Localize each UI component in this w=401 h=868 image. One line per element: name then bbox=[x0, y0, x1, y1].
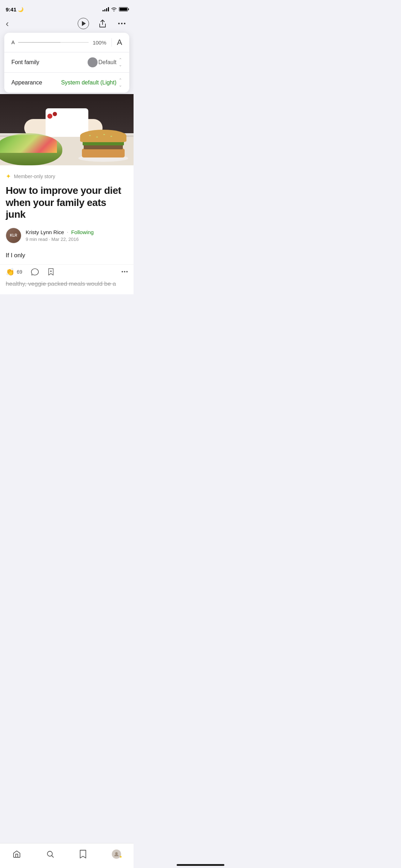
nav-bar: ‹ bbox=[0, 16, 134, 31]
appearance-row[interactable]: Appearance System default (Light) ⌃⌄ bbox=[4, 73, 129, 93]
bookmark-action[interactable] bbox=[47, 268, 54, 276]
author-row: KLR Kristy Lynn Rice · Following 9 min r… bbox=[6, 228, 128, 243]
author-name-row: Kristy Lynn Rice · Following bbox=[26, 229, 128, 235]
article-hero-image bbox=[0, 94, 134, 165]
font-family-selected: Default bbox=[98, 59, 116, 66]
font-percent-label: 100% bbox=[92, 40, 106, 46]
font-family-row[interactable]: Font family Default ⌃⌄ bbox=[4, 52, 129, 73]
following-button[interactable]: Following bbox=[71, 229, 94, 235]
clap-action[interactable]: 👏 69 bbox=[6, 268, 22, 276]
author-avatar[interactable]: KLR bbox=[6, 228, 21, 243]
play-button[interactable] bbox=[77, 17, 89, 30]
appearance-selected: System default (Light) bbox=[61, 79, 116, 86]
member-star-icon: ✦ bbox=[6, 172, 11, 180]
appearance-label: Appearance bbox=[11, 79, 42, 86]
more-action[interactable] bbox=[121, 271, 128, 273]
article-text-second-line: healthy, veggie packed meals would be a bbox=[0, 279, 134, 294]
font-large-label: A bbox=[117, 38, 122, 47]
font-size-row[interactable]: A 100% A bbox=[4, 33, 129, 52]
article-toolbar: 👏 69 bbox=[0, 264, 134, 279]
publish-date: Mar 22, 2016 bbox=[51, 237, 79, 242]
font-family-value[interactable]: Default ⌃⌄ bbox=[88, 57, 122, 67]
avatar-initials: KLR bbox=[10, 233, 17, 238]
bookmark-icon bbox=[47, 268, 54, 276]
share-button[interactable] bbox=[97, 17, 109, 30]
status-icons bbox=[103, 7, 128, 11]
comment-action[interactable] bbox=[31, 268, 39, 276]
author-meta: 9 min read · Mar 22, 2016 bbox=[26, 237, 128, 242]
article-text: If I only bbox=[6, 250, 128, 260]
article-scroll-content: ✦ Member-only story How to improve your … bbox=[0, 165, 134, 294]
chevron-updown-icon: ⌃⌄ bbox=[119, 57, 122, 67]
member-text: Member-only story bbox=[14, 174, 55, 179]
article-title: How to improve your diet when your famil… bbox=[6, 185, 128, 221]
font-toggle bbox=[88, 57, 98, 67]
clap-icon: 👏 bbox=[6, 268, 15, 276]
font-family-label: Font family bbox=[11, 59, 39, 66]
back-button[interactable]: ‹ bbox=[6, 18, 9, 29]
signal-icon bbox=[103, 7, 109, 11]
clap-count: 69 bbox=[17, 269, 22, 275]
author-separator: · bbox=[67, 229, 68, 235]
font-small-label: A bbox=[11, 40, 15, 45]
wifi-icon bbox=[111, 7, 117, 11]
read-time: 9 min read bbox=[26, 237, 47, 242]
svg-point-0 bbox=[118, 23, 120, 24]
nav-actions bbox=[77, 17, 128, 30]
author-info: Kristy Lynn Rice · Following 9 min read … bbox=[26, 229, 128, 242]
article-body-end: healthy, veggie packed meals would be a bbox=[6, 279, 128, 289]
font-settings-panel: A 100% A Font family Default ⌃⌄ Appearan… bbox=[4, 33, 129, 93]
toolbar-more-icon bbox=[121, 271, 128, 273]
article-body-start: If I only bbox=[6, 252, 25, 259]
status-time: 9:41 bbox=[6, 6, 16, 12]
member-badge: ✦ Member-only story bbox=[6, 172, 128, 180]
svg-point-5 bbox=[126, 271, 128, 273]
battery-icon bbox=[119, 7, 128, 11]
svg-point-3 bbox=[122, 271, 123, 273]
article-body: ✦ Member-only story How to improve your … bbox=[0, 165, 134, 264]
status-bar: 9:41 🌙 bbox=[0, 0, 134, 16]
more-button[interactable] bbox=[116, 17, 128, 30]
comment-icon bbox=[31, 268, 39, 276]
svg-point-4 bbox=[124, 271, 125, 273]
article-text-preview: If I only bbox=[6, 250, 128, 264]
appearance-value[interactable]: System default (Light) ⌃⌄ bbox=[61, 78, 122, 88]
author-name[interactable]: Kristy Lynn Rice bbox=[26, 229, 64, 235]
svg-point-1 bbox=[121, 23, 123, 24]
svg-point-2 bbox=[124, 23, 125, 24]
font-slider[interactable] bbox=[18, 42, 89, 43]
moon-icon: 🌙 bbox=[18, 7, 24, 12]
appearance-chevron-icon: ⌃⌄ bbox=[119, 78, 122, 88]
